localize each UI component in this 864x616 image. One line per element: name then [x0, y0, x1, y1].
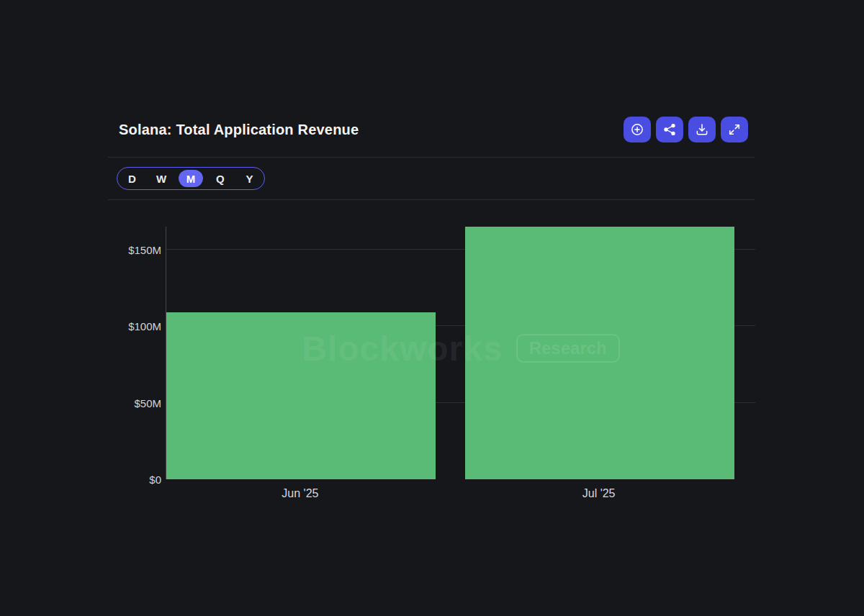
- range-selector: DWMQY: [117, 167, 265, 190]
- zoom-in-button[interactable]: [624, 117, 651, 142]
- range-option-d[interactable]: D: [120, 170, 144, 187]
- y-tick-label: $100M: [128, 320, 161, 332]
- expand-icon: [727, 122, 742, 137]
- download-button[interactable]: [688, 117, 716, 142]
- x-axis: Jun '25Jul '25: [166, 487, 755, 504]
- range-option-q[interactable]: Q: [208, 170, 233, 187]
- plus-circle-icon: [630, 122, 644, 137]
- range-option-m[interactable]: M: [179, 170, 203, 187]
- range-option-w[interactable]: W: [149, 170, 174, 187]
- header: Solana: Total Application Revenue: [119, 114, 748, 145]
- y-tick-label: $0: [149, 474, 161, 486]
- x-tick-label: Jul '25: [582, 487, 616, 500]
- bar-jul-25[interactable]: [465, 227, 734, 479]
- divider: [108, 199, 755, 200]
- fullscreen-button[interactable]: [721, 117, 748, 142]
- download-icon: [695, 122, 709, 137]
- y-tick-label: $150M: [128, 243, 161, 255]
- plot-area: Blockworks Research: [166, 227, 755, 479]
- share-button[interactable]: [656, 117, 683, 142]
- x-tick-label: Jun '25: [282, 487, 318, 500]
- chart-card: Solana: Total Application Revenue: [0, 0, 864, 616]
- page-title: Solana: Total Application Revenue: [119, 122, 359, 138]
- divider: [108, 157, 755, 158]
- bar-jun-25[interactable]: [166, 312, 436, 479]
- y-axis: $0$50M$100M$150M: [101, 227, 161, 479]
- share-icon: [662, 122, 677, 137]
- toolbar: [624, 117, 748, 142]
- range-option-y[interactable]: Y: [238, 170, 262, 187]
- y-tick-label: $50M: [134, 397, 161, 409]
